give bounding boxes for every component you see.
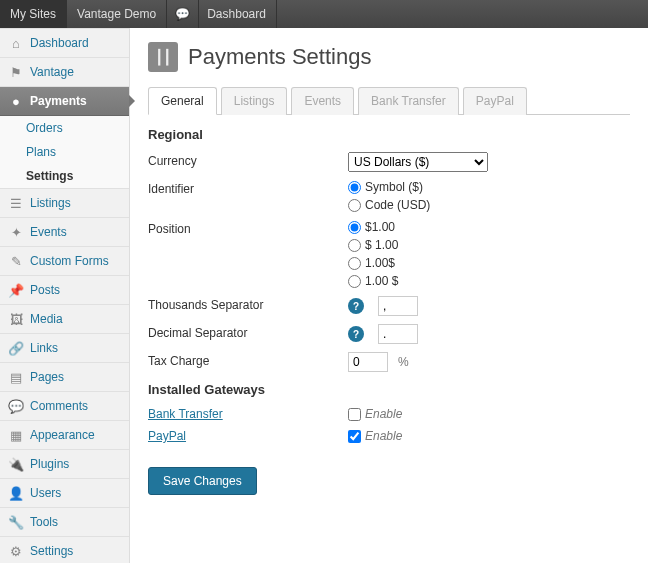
payments-heading-icon: ┃┃ xyxy=(148,42,178,72)
sidebar-item-media[interactable]: 🖼Media xyxy=(0,305,129,334)
submenu-orders[interactable]: Orders xyxy=(0,116,129,140)
sidebar-item-label: Links xyxy=(30,341,58,355)
tab-general[interactable]: General xyxy=(148,87,217,115)
identifier-code[interactable]: Code (USD) xyxy=(348,198,430,212)
currency-label: Currency xyxy=(148,152,348,168)
appearance-icon: ▦ xyxy=(8,427,24,443)
sidebar-item-label: Settings xyxy=(30,544,73,558)
sidebar-item-label: Posts xyxy=(30,283,60,297)
sidebar-item-plugins[interactable]: 🔌Plugins xyxy=(0,450,129,479)
position-opt-4[interactable]: 1.00 $ xyxy=(348,274,398,288)
sidebar-item-comments[interactable]: 💬Comments xyxy=(0,392,129,421)
comment-icon[interactable]: 💬 xyxy=(167,0,199,28)
sidebar-item-label: Events xyxy=(30,225,67,239)
section-gateways: Installed Gateways xyxy=(148,382,630,397)
admin-sidebar: ⌂Dashboard ⚑Vantage ●Payments Orders Pla… xyxy=(0,28,130,563)
main-content: ┃┃ Payments Settings General Listings Ev… xyxy=(130,28,648,563)
settings-icon: ⚙ xyxy=(8,543,24,559)
identifier-label: Identifier xyxy=(148,180,348,196)
sidebar-item-label: Listings xyxy=(30,196,71,210)
links-icon: 🔗 xyxy=(8,340,24,356)
home-icon: ⌂ xyxy=(8,35,24,51)
sidebar-item-vantage[interactable]: ⚑Vantage xyxy=(0,58,129,87)
admin-bar: My Sites Vantage Demo 💬 Dashboard xyxy=(0,0,648,28)
sidebar-item-listings[interactable]: ☰Listings xyxy=(0,189,129,218)
tax-input[interactable] xyxy=(348,352,388,372)
sidebar-item-links[interactable]: 🔗Links xyxy=(0,334,129,363)
sidebar-item-users[interactable]: 👤Users xyxy=(0,479,129,508)
sidebar-item-label: Users xyxy=(30,486,61,500)
page-heading: ┃┃ Payments Settings xyxy=(148,42,630,72)
sidebar-item-pages[interactable]: ▤Pages xyxy=(0,363,129,392)
app-icon: ⚑ xyxy=(8,64,24,80)
gateway-paypal-checkbox[interactable] xyxy=(348,430,361,443)
section-regional: Regional xyxy=(148,127,630,142)
position-radio-3[interactable] xyxy=(348,257,361,270)
submenu-settings[interactable]: Settings xyxy=(0,164,129,188)
position-radio-1[interactable] xyxy=(348,221,361,234)
events-icon: ✦ xyxy=(8,224,24,240)
sidebar-submenu: Orders Plans Settings xyxy=(0,116,129,189)
identifier-symbol-radio[interactable] xyxy=(348,181,361,194)
gateway-bank-link[interactable]: Bank Transfer xyxy=(148,407,348,421)
decimal-label: Decimal Separator xyxy=(148,324,348,340)
sidebar-item-label: Vantage xyxy=(30,65,74,79)
decimal-input[interactable] xyxy=(378,324,418,344)
help-icon[interactable]: ? xyxy=(348,298,364,314)
thousands-input[interactable] xyxy=(378,296,418,316)
adminbar-sitename[interactable]: Vantage Demo xyxy=(67,0,167,28)
comments-icon: 💬 xyxy=(8,398,24,414)
help-icon[interactable]: ? xyxy=(348,326,364,342)
payments-icon: ● xyxy=(8,93,24,109)
sidebar-item-label: Plugins xyxy=(30,457,69,471)
sidebar-item-label: Media xyxy=(30,312,63,326)
tax-label: Tax Charge xyxy=(148,352,348,368)
sidebar-item-settings[interactable]: ⚙Settings xyxy=(0,537,129,563)
sidebar-item-tools[interactable]: 🔧Tools xyxy=(0,508,129,537)
listings-icon: ☰ xyxy=(8,195,24,211)
sidebar-item-label: Appearance xyxy=(30,428,95,442)
position-radio-4[interactable] xyxy=(348,275,361,288)
sidebar-item-dashboard[interactable]: ⌂Dashboard xyxy=(0,28,129,58)
tab-events[interactable]: Events xyxy=(291,87,354,115)
page-title: Payments Settings xyxy=(188,44,371,70)
sidebar-item-customforms[interactable]: ✎Custom Forms xyxy=(0,247,129,276)
tab-bank-transfer[interactable]: Bank Transfer xyxy=(358,87,459,115)
tab-bar: General Listings Events Bank Transfer Pa… xyxy=(148,86,630,115)
gateway-paypal-link[interactable]: PayPal xyxy=(148,429,348,443)
posts-icon: 📌 xyxy=(8,282,24,298)
gateway-bank-enable[interactable]: Enable xyxy=(348,407,402,421)
sidebar-item-label: Custom Forms xyxy=(30,254,109,268)
plugins-icon: 🔌 xyxy=(8,456,24,472)
pages-icon: ▤ xyxy=(8,369,24,385)
sidebar-item-label: Payments xyxy=(30,94,87,108)
sidebar-item-appearance[interactable]: ▦Appearance xyxy=(0,421,129,450)
sidebar-item-posts[interactable]: 📌Posts xyxy=(0,276,129,305)
identifier-code-radio[interactable] xyxy=(348,199,361,212)
submenu-plans[interactable]: Plans xyxy=(0,140,129,164)
gateway-paypal-enable[interactable]: Enable xyxy=(348,429,402,443)
media-icon: 🖼 xyxy=(8,311,24,327)
thousands-label: Thousands Separator xyxy=(148,296,348,312)
sidebar-item-label: Tools xyxy=(30,515,58,529)
gateway-bank-checkbox[interactable] xyxy=(348,408,361,421)
position-opt-1[interactable]: $1.00 xyxy=(348,220,398,234)
adminbar-mysites[interactable]: My Sites xyxy=(0,0,67,28)
tab-paypal[interactable]: PayPal xyxy=(463,87,527,115)
users-icon: 👤 xyxy=(8,485,24,501)
tools-icon: 🔧 xyxy=(8,514,24,530)
sidebar-item-events[interactable]: ✦Events xyxy=(0,218,129,247)
sidebar-item-label: Comments xyxy=(30,399,88,413)
position-radio-2[interactable] xyxy=(348,239,361,252)
identifier-symbol[interactable]: Symbol ($) xyxy=(348,180,430,194)
save-button[interactable]: Save Changes xyxy=(148,467,257,495)
forms-icon: ✎ xyxy=(8,253,24,269)
sidebar-item-label: Pages xyxy=(30,370,64,384)
position-opt-3[interactable]: 1.00$ xyxy=(348,256,398,270)
adminbar-dashboard[interactable]: Dashboard xyxy=(199,0,277,28)
sidebar-item-payments[interactable]: ●Payments xyxy=(0,87,129,116)
tab-listings[interactable]: Listings xyxy=(221,87,288,115)
position-opt-2[interactable]: $ 1.00 xyxy=(348,238,398,252)
position-label: Position xyxy=(148,220,348,236)
currency-select[interactable]: US Dollars ($) xyxy=(348,152,488,172)
